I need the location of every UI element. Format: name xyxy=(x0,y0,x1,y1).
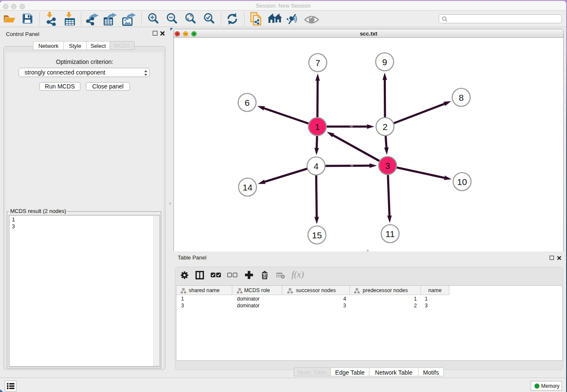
svg-text:10: 10 xyxy=(457,177,467,187)
svg-text:11: 11 xyxy=(385,229,395,239)
svg-text:6: 6 xyxy=(245,98,250,108)
svg-text:4: 4 xyxy=(314,161,319,171)
svg-text:9: 9 xyxy=(382,57,387,67)
svg-text:3: 3 xyxy=(385,161,390,171)
svg-text:2: 2 xyxy=(383,122,388,132)
svg-text:1: 1 xyxy=(315,122,320,132)
svg-text:15: 15 xyxy=(312,230,322,240)
svg-text:7: 7 xyxy=(315,58,320,68)
svg-text:8: 8 xyxy=(459,93,464,102)
svg-text:14: 14 xyxy=(242,182,253,192)
